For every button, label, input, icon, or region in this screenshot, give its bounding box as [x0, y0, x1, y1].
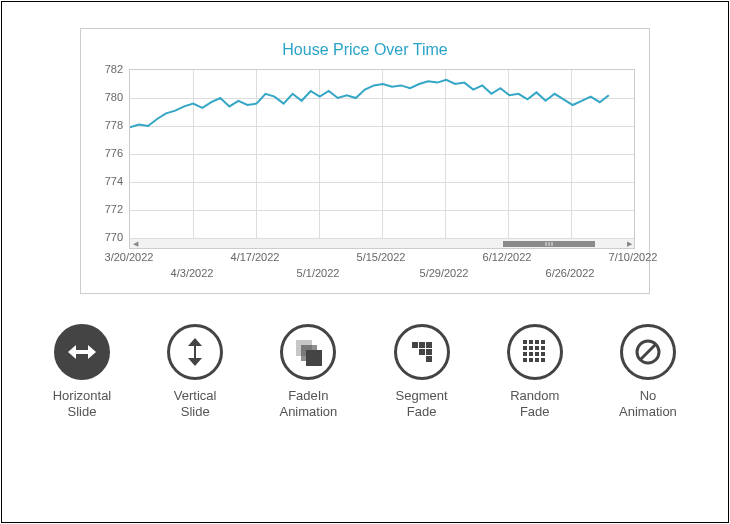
svg-rect-21 — [535, 346, 539, 350]
scroll-right-arrow[interactable]: ▶ — [624, 239, 634, 249]
animation-option-segment-fade[interactable]: SegmentFade — [374, 324, 470, 421]
svg-rect-19 — [523, 346, 527, 350]
y-axis-ticks: 770772774776778780782 — [95, 69, 129, 249]
random-icon — [507, 324, 563, 380]
scroll-left-arrow[interactable]: ◀ — [130, 239, 140, 249]
svg-rect-25 — [535, 352, 539, 356]
animation-option-no-animation[interactable]: NoAnimation — [600, 324, 696, 421]
svg-marker-1 — [88, 345, 96, 359]
x-tick-label: 7/10/2022 — [609, 251, 658, 263]
y-tick-label: 776 — [105, 147, 123, 159]
chart-title: House Price Over Time — [95, 41, 635, 59]
y-tick-label: 782 — [105, 63, 123, 75]
svg-rect-15 — [523, 340, 527, 344]
animation-option-label: HorizontalSlide — [34, 388, 130, 421]
svg-rect-10 — [419, 342, 425, 348]
x-tick-label: 5/15/2022 — [357, 251, 406, 263]
svg-rect-12 — [419, 349, 425, 355]
y-tick-label: 772 — [105, 203, 123, 215]
x-tick-label: 6/12/2022 — [483, 251, 532, 263]
svg-rect-8 — [306, 350, 322, 366]
svg-marker-0 — [68, 345, 76, 359]
animation-option-row: HorizontalSlideVerticalSlideFadeInAnimat… — [32, 324, 698, 421]
svg-rect-20 — [529, 346, 533, 350]
x-tick-label: 6/26/2022 — [546, 267, 595, 279]
x-axis-ticks: 3/20/20224/3/20224/17/20225/1/20225/15/2… — [129, 249, 635, 283]
svg-rect-17 — [535, 340, 539, 344]
x-tick-label: 5/1/2022 — [297, 267, 340, 279]
y-tick-label: 778 — [105, 119, 123, 131]
svg-rect-23 — [523, 352, 527, 356]
chart-plot: ◀ ▶ — [129, 69, 635, 249]
svg-rect-24 — [529, 352, 533, 356]
plot-area: 770772774776778780782 ◀ ▶ — [95, 69, 635, 249]
app-window: House Price Over Time 770772774776778780… — [1, 1, 729, 523]
svg-rect-29 — [535, 358, 539, 362]
segment-icon — [394, 324, 450, 380]
fade-icon — [280, 324, 336, 380]
animation-option-vertical-slide[interactable]: VerticalSlide — [147, 324, 243, 421]
svg-rect-11 — [426, 342, 432, 348]
animation-option-label: FadeInAnimation — [260, 388, 356, 421]
animation-option-label: RandomFade — [487, 388, 583, 421]
y-tick-label: 780 — [105, 91, 123, 103]
svg-rect-30 — [541, 358, 545, 362]
animation-option-fadein[interactable]: FadeInAnimation — [260, 324, 356, 421]
animation-option-label: NoAnimation — [600, 388, 696, 421]
svg-rect-14 — [426, 356, 432, 362]
svg-rect-2 — [76, 350, 88, 354]
x-tick-label: 5/29/2022 — [420, 267, 469, 279]
none-icon — [620, 324, 676, 380]
animation-option-label: VerticalSlide — [147, 388, 243, 421]
svg-rect-13 — [426, 349, 432, 355]
chart-line — [130, 70, 634, 248]
animation-option-horizontal-slide[interactable]: HorizontalSlide — [34, 324, 130, 421]
scroll-thumb[interactable] — [503, 241, 595, 247]
scroll-track[interactable] — [140, 240, 624, 248]
svg-rect-9 — [412, 342, 418, 348]
vslide-icon — [167, 324, 223, 380]
svg-rect-27 — [523, 358, 527, 362]
chart-scrollbar[interactable]: ◀ ▶ — [130, 238, 634, 248]
y-tick-label: 770 — [105, 231, 123, 243]
svg-rect-22 — [541, 346, 545, 350]
svg-line-32 — [640, 344, 656, 360]
animation-option-random-fade[interactable]: RandomFade — [487, 324, 583, 421]
x-tick-label: 4/3/2022 — [171, 267, 214, 279]
svg-rect-5 — [194, 346, 196, 358]
svg-marker-4 — [188, 358, 202, 366]
hslide-icon — [54, 324, 110, 380]
svg-rect-16 — [529, 340, 533, 344]
x-tick-label: 3/20/2022 — [105, 251, 154, 263]
y-tick-label: 774 — [105, 175, 123, 187]
chart-frame: House Price Over Time 770772774776778780… — [80, 28, 650, 294]
svg-rect-28 — [529, 358, 533, 362]
svg-marker-3 — [188, 338, 202, 346]
svg-rect-18 — [541, 340, 545, 344]
svg-rect-26 — [541, 352, 545, 356]
x-tick-label: 4/17/2022 — [231, 251, 280, 263]
animation-option-label: SegmentFade — [374, 388, 470, 421]
